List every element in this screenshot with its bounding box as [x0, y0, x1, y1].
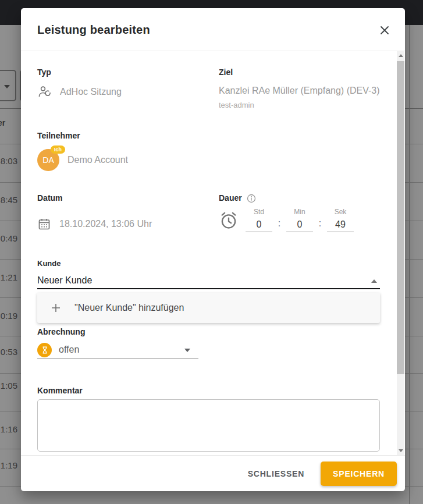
teilnehmer-name: Demo Account [67, 155, 128, 165]
chevron-down-icon [184, 349, 190, 352]
avatar-initials: DA [42, 155, 54, 165]
chevron-up-icon[interactable] [371, 279, 377, 283]
dialog-scrollbar[interactable] [397, 51, 404, 455]
minutes-input[interactable] [286, 217, 313, 232]
kunde-input[interactable] [37, 273, 363, 288]
close-icon[interactable] [378, 24, 391, 37]
scroll-down-icon[interactable] [397, 446, 404, 455]
time-separator: : [313, 218, 327, 232]
kunde-add-option[interactable]: "Neuer Kunde" hinzufügen [37, 293, 380, 323]
scroll-up-icon[interactable] [397, 51, 404, 60]
kommentar-label: Kommentar [37, 386, 380, 396]
ziel-value: Kanzlei RAe Müller (Empfang) (DEV-3) [219, 82, 380, 100]
calendar-icon[interactable] [37, 217, 51, 231]
typ-section: Typ AdHoc Sitzung [37, 68, 219, 109]
dialog-content: Typ AdHoc Sitzung Ziel [21, 51, 405, 455]
datum-section: Datum 18.10.202 [37, 193, 219, 232]
dialog-header: Leistung bearbeiten [21, 8, 405, 51]
minutes-label: Min [286, 208, 313, 217]
avatar: DA Ich [37, 149, 59, 171]
kommentar-textarea[interactable] [37, 399, 380, 452]
hours-field: Std [246, 208, 272, 232]
dialog-footer: SCHLIESSEN SPEICHERN [21, 455, 405, 491]
abrechnung-label: Abrechnung [37, 327, 380, 338]
edit-service-dialog: Leistung bearbeiten Typ [21, 8, 405, 491]
seconds-input[interactable] [327, 217, 354, 232]
abrechnung-select[interactable]: offen [37, 342, 198, 359]
screen: er 8:03 8:45 0:49 1:21 0:19 0:53 1:05 1:… [0, 0, 423, 504]
ziel-subvalue: test-admin [219, 101, 380, 109]
kunde-label: Kunde [37, 259, 380, 268]
abrechnung-section: Abrechnung offen [37, 327, 380, 359]
alarm-clock-icon [219, 210, 239, 231]
teilnehmer-section: Teilnehmer DA Ich Demo Account [37, 131, 380, 171]
adhoc-person-icon [37, 84, 52, 100]
hourglass-status-icon [37, 343, 52, 357]
datum-label: Datum [37, 193, 219, 204]
dauer-label: Dauer [219, 193, 242, 204]
time-separator: : [272, 218, 286, 232]
dauer-section: Dauer [219, 193, 380, 232]
close-button[interactable]: SCHLIESSEN [244, 463, 308, 484]
typ-label: Typ [37, 68, 219, 78]
hours-label: Std [246, 208, 272, 217]
kunde-section: Kunde "Neuer Kunde" hinzufügen [37, 259, 380, 323]
datum-value: 18.10.2024, 13:06 Uhr [59, 219, 152, 229]
abrechnung-value: offen [59, 345, 79, 355]
kunde-add-option-label: "Neuer Kunde" hinzufügen [74, 303, 184, 313]
teilnehmer-label: Teilnehmer [37, 131, 380, 141]
hours-input[interactable] [246, 217, 272, 232]
typ-value: AdHoc Sitzung [60, 87, 122, 97]
scrollbar-thumb[interactable] [397, 61, 404, 374]
minutes-field: Min [286, 208, 313, 232]
save-button[interactable]: SPEICHERN [321, 462, 397, 486]
dialog-title: Leistung bearbeiten [37, 23, 150, 37]
seconds-field: Sek [327, 208, 354, 232]
seconds-label: Sek [327, 208, 354, 217]
info-icon[interactable] [247, 194, 256, 203]
plus-icon [50, 302, 62, 314]
me-badge: Ich [51, 145, 65, 154]
ziel-section: Ziel Kanzlei RAe Müller (Empfang) (DEV-3… [219, 68, 380, 109]
kommentar-section: Kommentar [37, 386, 380, 454]
ziel-label: Ziel [219, 68, 380, 78]
